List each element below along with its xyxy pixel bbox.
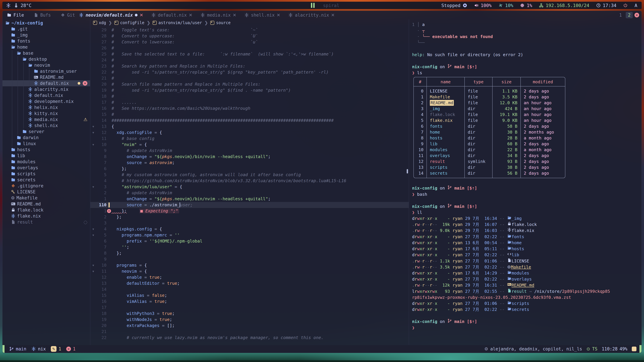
git-changes-widget[interactable]: ✎ 1	[51, 346, 61, 352]
code-line[interactable]: 2 # update AstroNvim	[90, 190, 409, 196]
tabpage-1[interactable]: 1	[617, 12, 624, 18]
code-area[interactable]: 29# Toggle text's case: `~` 28# Convert …	[90, 26, 409, 345]
tree-item-lib[interactable]: lib	[2, 153, 90, 159]
git-branch-widget[interactable]: main	[9, 347, 26, 352]
code-line[interactable]: 8 };	[90, 250, 409, 256]
tree-item-default.nix[interactable]: default.nix✕	[2, 80, 90, 86]
code-line[interactable]: 14	[90, 286, 409, 293]
tree-item-~/nix-config[interactable]: ~/nix-config	[2, 20, 90, 26]
code-line[interactable]: 15 viAlias = false;	[90, 293, 409, 299]
breadcrumb-item-source[interactable]: source	[210, 20, 230, 25]
diagnostics-widget[interactable]: ✕ 1	[66, 347, 76, 352]
code-line[interactable]: 9	[90, 256, 409, 262]
buffer-close-icon[interactable]: ✕	[331, 12, 335, 17]
buffer-close-icon[interactable]: ✕	[232, 12, 236, 17]
code-line[interactable]: 1✕ }; ■ Expecting ";"	[90, 208, 409, 214]
code-line[interactable]: 25# Save the selected text to a file: `:…	[90, 51, 409, 57]
code-line[interactable]: 6 };	[90, 166, 409, 172]
code-line[interactable]: ▾11 neovim = {	[90, 268, 409, 274]
tree-item-server[interactable]: server	[2, 129, 90, 135]
scrollbar-thumb[interactable]	[407, 169, 408, 173]
code-line[interactable]: 17# ......	[90, 99, 409, 105]
code-line[interactable]: ▾13{	[90, 123, 409, 130]
fold-arrow-icon[interactable]: ▾	[90, 123, 96, 130]
buffer-tab-alacritty.nix[interactable]: alacritty.nix✕	[284, 11, 339, 19]
code-line[interactable]: 11 # base config	[90, 136, 409, 142]
code-line[interactable]: 15#	[90, 111, 409, 117]
code-line[interactable]: 22 # currently we use lazy.nvim as neovi…	[90, 335, 409, 341]
volume-widget[interactable]: 100%	[474, 3, 492, 8]
terminal-pane[interactable]: 1 │ a · ┬ · ╰── executable was not found…	[409, 19, 642, 345]
tree-item-README.md[interactable]: README.md	[2, 74, 90, 80]
tree-item-scripts[interactable]: scripts	[2, 171, 90, 177]
code-line[interactable]: 20 extraPackages = [];	[90, 323, 409, 329]
code-line[interactable]: 23# Search key pattern and Replace in Mu…	[90, 63, 409, 69]
buffer-tab-neovim/default.nix[interactable]: neovim/default.nix✕	[75, 11, 147, 19]
neotree-tab-bufs[interactable]: Bufs	[34, 12, 51, 17]
network-widget[interactable]: 192.168.5.100/24	[539, 3, 589, 8]
code-line[interactable]: 1 onChange = "${pkgs.neovim}/bin/nvim --…	[90, 196, 409, 202]
code-line[interactable]: 20# Search file name pattern and Replace…	[90, 81, 409, 87]
tree-item-_img[interactable]: _img	[2, 32, 90, 38]
editor-pane[interactable]: xdg❯configFile❯astronvim/lua/user❯source…	[90, 19, 409, 345]
code-line[interactable]: 4 # https://github.com/AstroNvim/AstroNv…	[90, 178, 409, 184]
tree-item-hosts[interactable]: hosts	[2, 147, 90, 153]
code-line[interactable]: 7 source = astronvim;	[90, 160, 409, 166]
code-line[interactable]: ▾5 programs.npm.npmrc = ''	[90, 232, 409, 238]
code-line[interactable]: 6 prefix = ''${HOME}/.npm-global	[90, 238, 409, 244]
fold-arrow-icon[interactable]: ▾	[90, 142, 96, 148]
code-line[interactable]: ▾4 nixpkgs.config = {	[90, 226, 409, 232]
tree-item-linux[interactable]: linux	[2, 141, 90, 147]
fold-arrow-icon[interactable]: ▾	[90, 130, 96, 136]
tree-item-neovim[interactable]: neovim	[2, 62, 90, 68]
code-line[interactable]: 24#	[90, 57, 409, 63]
buffer-close-icon[interactable]: ✕	[276, 12, 280, 17]
fold-arrow-icon[interactable]: ▾	[90, 268, 96, 274]
tree-item-flake.nix[interactable]: flake.nix	[2, 213, 90, 219]
tree-item-media.nix[interactable]: media.nix⚠	[2, 116, 90, 122]
code-line[interactable]: 14######################################…	[90, 117, 409, 123]
tree-item-.git[interactable]: .git	[2, 26, 90, 32]
tree-item-desktop[interactable]: desktop	[2, 56, 90, 62]
code-line[interactable]: 28# Convert to uppercase: `U`	[90, 33, 409, 39]
tabpage-close-icon[interactable]: ✕	[634, 13, 639, 17]
media-status[interactable]: Stopped	[442, 3, 467, 8]
tree-item-shell.nix[interactable]: shell.nix	[2, 122, 90, 129]
tree-item-home[interactable]: home	[2, 44, 90, 50]
lsp-widget[interactable]: ⚙ alejandra, deadnix, copilot, nil_ls	[484, 347, 582, 352]
tree-item-modules[interactable]: modules	[2, 159, 90, 165]
code-line[interactable]: 29# Toggle text's case: `~`	[90, 27, 409, 33]
code-line[interactable]: ▾10 "nvim" = {	[90, 142, 409, 148]
neotree-tab-git[interactable]: Git	[60, 12, 75, 17]
fold-arrow-icon[interactable]: ▾	[90, 184, 96, 190]
buffer-tab-default.nix[interactable]: default.nix✕	[147, 11, 196, 19]
code-line[interactable]: 27# Convert to lowercase: `u`	[90, 39, 409, 45]
code-line[interactable]: 9 # update AstroNvim	[90, 148, 409, 154]
code-line[interactable]: 8 onChange = "${pkgs.neovim}/bin/nvim --…	[90, 154, 409, 160]
tree-item-.gitignore[interactable]: .gitignore	[2, 183, 90, 189]
tree-item-darwin[interactable]: darwin	[2, 135, 90, 141]
tree-item-overlays[interactable]: overlays	[2, 165, 90, 171]
tree-item-astronvim_user[interactable]: astronvim_user	[2, 68, 90, 74]
buffer-close-icon[interactable]: ✕	[189, 12, 192, 17]
code-line[interactable]: 3	[90, 220, 409, 226]
code-line[interactable]: 5 # my cusotom astronvim config, astronv…	[90, 172, 409, 178]
tree-item-alacritty.nix[interactable]: alacritty.nix	[2, 86, 90, 92]
neotree-tab-file[interactable]: File	[7, 12, 24, 17]
buffer-close-icon[interactable]: ✕	[140, 12, 143, 17]
tree-item-README.md[interactable]: README.md	[2, 201, 90, 207]
fold-arrow-icon[interactable]: ▾	[90, 226, 96, 232]
code-line[interactable]: ▾12 xdg.configFile = {	[90, 130, 409, 136]
tree-item-kitty.nix[interactable]: kitty.nix	[2, 110, 90, 116]
media-pause-icon[interactable]	[311, 3, 314, 8]
code-line[interactable]: 22# sed -ri "s/pattern_str/replace_str/g…	[90, 69, 409, 75]
buffer-tab-media.nix[interactable]: media.nix✕	[196, 11, 240, 19]
code-line[interactable]: 18#	[90, 93, 409, 99]
code-line[interactable]: 17	[90, 305, 409, 311]
power-button-icon[interactable]	[623, 3, 628, 8]
breadcrumb-item-configFile[interactable]: configFile	[114, 20, 144, 25]
code-line[interactable]: 16 vimAlias = true;	[90, 299, 409, 305]
tree-item-LICENSE[interactable]: LICENSE	[2, 189, 90, 195]
tree-item-default.nix[interactable]: default.nix	[2, 92, 90, 98]
buffer-tab-shell.nix[interactable]: shell.nix✕	[240, 11, 284, 19]
